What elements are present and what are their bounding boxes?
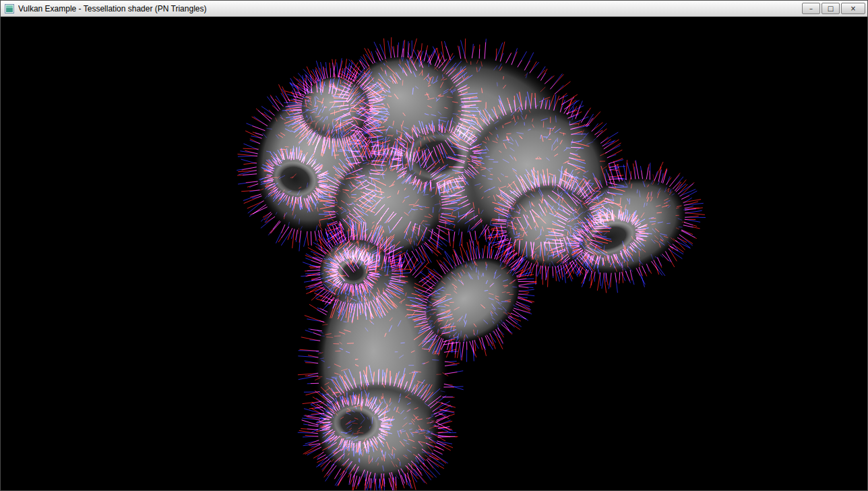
render-canvas[interactable]	[1, 17, 867, 490]
app-icon-image	[5, 4, 14, 13]
minimize-icon: –	[809, 4, 813, 13]
viewport[interactable]	[1, 17, 867, 490]
window-title: Vulkan Example - Tessellation shader (PN…	[18, 4, 802, 13]
maximize-icon: □	[828, 4, 834, 13]
app-window: Vulkan Example - Tessellation shader (PN…	[0, 0, 868, 491]
window-controls: – □ ×	[802, 3, 865, 14]
close-icon: ×	[850, 4, 856, 13]
titlebar[interactable]: Vulkan Example - Tessellation shader (PN…	[1, 1, 867, 17]
close-button[interactable]: ×	[841, 3, 865, 14]
minimize-button[interactable]: –	[802, 3, 820, 14]
app-icon	[4, 3, 14, 13]
maximize-button[interactable]: □	[822, 3, 840, 14]
